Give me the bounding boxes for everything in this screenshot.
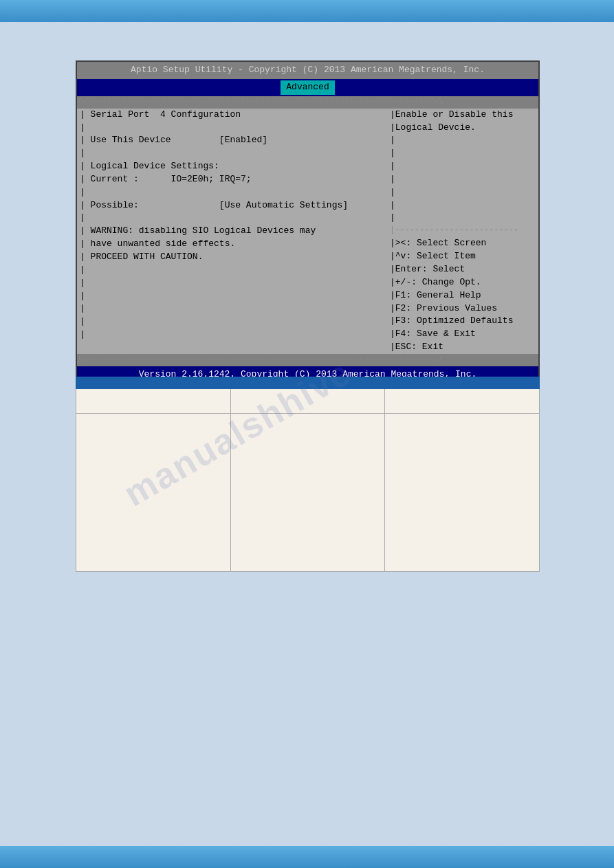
table-cell-tall-3: [385, 414, 540, 572]
bios-right-line-6: |: [390, 173, 536, 186]
bottom-bar: [0, 846, 614, 868]
bios-left-line-16: |: [80, 302, 384, 315]
bios-title: Aptio Setup Utility - Copyright (C) 2013…: [77, 62, 538, 79]
table-header-col2: [230, 377, 385, 389]
bios-right-line-9: |: [390, 212, 536, 225]
bios-separator-bottom: \---------------------------------------…: [77, 354, 538, 366]
bios-body: | Serial Port 4 Configuration | | Use Th…: [77, 109, 538, 354]
bios-right-line-17: |F4: Save & Exit: [390, 328, 536, 341]
bios-left-line-9: |: [80, 212, 384, 225]
bios-right-line-18: |ESC: Exit: [390, 341, 536, 354]
table-cell-short-2: [230, 389, 385, 414]
bios-container: Aptio Setup Utility - Copyright (C) 2013…: [76, 60, 540, 385]
bios-left-line-4: |: [80, 147, 384, 160]
bios-left-line-10: | WARNING: disabling SIO Logical Devices…: [80, 225, 384, 238]
table-header-row: [76, 377, 540, 389]
table-row-tall: [76, 414, 540, 572]
table-cell-short-1: [76, 389, 231, 414]
table-cell-short-3: [385, 389, 540, 414]
bios-right-line-4: |: [390, 147, 536, 160]
bios-left-panel: | Serial Port 4 Configuration | | Use Th…: [77, 109, 387, 354]
bios-separator-top: /---------------------------------------…: [77, 96, 538, 109]
table-cell-tall-2: [230, 414, 385, 572]
bios-left-line-17: |: [80, 315, 384, 329]
bios-left-line-14: |: [80, 277, 384, 290]
bios-right-line-10: |><: Select Screen: [390, 237, 536, 250]
bios-tab-bar: Advanced: [77, 79, 538, 96]
bios-left-line-1: | Serial Port 4 Configuration: [80, 109, 384, 122]
bios-right-line-15: |F2: Previous Values: [390, 302, 536, 315]
bios-left-line-2: |: [80, 122, 384, 135]
table-cell-tall-1: [76, 414, 231, 572]
bios-right-divider: |-------------------------: [390, 225, 536, 237]
bios-right-line-1: |Enable or Disable this: [390, 109, 536, 122]
bios-right-line-16: |F3: Optimized Defaults: [390, 315, 536, 328]
table-container: [76, 377, 540, 572]
bios-right-line-3: |: [390, 134, 536, 147]
bios-right-line-5: |: [390, 160, 536, 173]
bios-left-line-13: |: [80, 264, 384, 277]
data-table: [76, 377, 540, 572]
top-bar: [0, 0, 614, 22]
bios-left-line-7: |: [80, 186, 384, 199]
table-header-col3: [385, 377, 540, 389]
bios-left-line-8: | Possible: [Use Automatic Settings]: [80, 199, 384, 212]
table-row-short: [76, 389, 540, 414]
bios-right-line-8: |: [390, 199, 536, 212]
bios-right-panel: |Enable or Disable this |Logical Devcie.…: [387, 109, 538, 354]
bios-left-line-5: | Logical Device Settings:: [80, 160, 384, 173]
bios-right-line-2: |Logical Devcie.: [390, 122, 536, 135]
bios-left-line-12: | PROCEED WITH CAUTION.: [80, 251, 384, 264]
bios-left-line-11: | have unwanted side effects.: [80, 238, 384, 251]
bios-left-line-15: |: [80, 290, 384, 303]
bios-screen: Aptio Setup Utility - Copyright (C) 2013…: [76, 60, 540, 385]
bios-left-line-6: | Current : IO=2E0h; IRQ=7;: [80, 173, 384, 186]
bios-right-line-11: |^v: Select Item: [390, 250, 536, 263]
bios-right-line-14: |F1: General Help: [390, 289, 536, 302]
bios-right-line-7: |: [390, 186, 536, 199]
bios-tab-advanced[interactable]: Advanced: [281, 80, 334, 95]
bios-left-line-18: |: [80, 329, 384, 342]
bios-right-line-13: |+/-: Change Opt.: [390, 276, 536, 289]
bios-right-line-12: |Enter: Select: [390, 263, 536, 276]
table-header-col1: [76, 377, 231, 389]
bios-left-line-3: | Use This Device [Enabled]: [80, 134, 384, 147]
